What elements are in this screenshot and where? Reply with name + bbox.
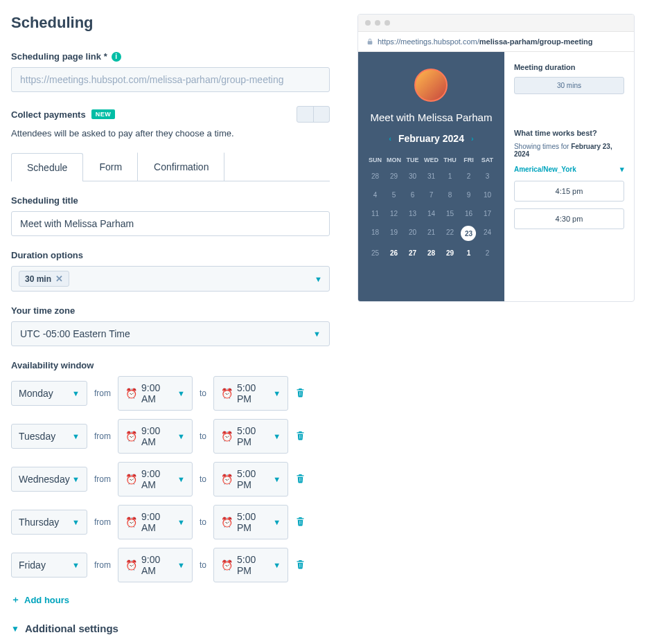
trash-icon[interactable]	[295, 430, 306, 443]
calendar-day[interactable]: 27	[404, 244, 421, 262]
calendar-day[interactable]: 21	[423, 224, 440, 243]
page-title: Scheduling	[11, 14, 330, 32]
tab-schedule[interactable]: Schedule	[11, 153, 83, 181]
calendar-day[interactable]: 1	[460, 244, 477, 262]
timezone-selector[interactable]: America/New_York▾	[514, 165, 624, 174]
calendar-day[interactable]: 7	[423, 186, 440, 204]
timezone-label: Your time zone	[11, 305, 330, 316]
calendar-day[interactable]: 18	[366, 224, 384, 243]
availability-row: Tuesday▼from⏰9:00 AM▼to⏰5:00 PM▼	[11, 419, 330, 454]
calendar-day[interactable]: 31	[423, 168, 440, 185]
calendar-day[interactable]: 3	[479, 168, 496, 185]
calendar-day[interactable]: 26	[385, 244, 403, 262]
what-time-label: What time works best?	[514, 129, 624, 137]
duration-label: Duration options	[11, 250, 330, 260]
preview-meet-title: Meet with Melissa Parham	[366, 111, 496, 123]
prev-month-button[interactable]: ‹	[389, 134, 391, 143]
chevron-down-icon: ▼	[315, 275, 322, 283]
calendar-day[interactable]: 6	[404, 186, 421, 204]
calendar-day[interactable]: 28	[423, 244, 440, 262]
collect-payments-toggle[interactable]	[297, 106, 330, 123]
trash-icon[interactable]	[295, 473, 306, 486]
to-label: to	[200, 474, 206, 484]
scheduling-link-input[interactable]	[11, 67, 330, 92]
trash-icon[interactable]	[295, 387, 306, 400]
time-slot-button[interactable]: 4:15 pm	[514, 181, 624, 202]
to-label: to	[200, 517, 206, 527]
calendar-dow: SAT	[479, 154, 496, 166]
day-select[interactable]: Thursday▼	[11, 510, 87, 535]
timezone-value: UTC -05:00 Eastern Time	[20, 328, 130, 339]
start-time-select[interactable]: ⏰9:00 AM▼	[118, 376, 193, 411]
calendar-day[interactable]: 9	[460, 186, 477, 204]
calendar-day[interactable]: 24	[479, 224, 496, 243]
to-label: to	[200, 560, 206, 570]
end-time-select[interactable]: ⏰5:00 PM▼	[213, 419, 288, 454]
calendar-day[interactable]: 30	[404, 168, 421, 185]
close-icon[interactable]: ✕	[55, 274, 63, 284]
start-time-select[interactable]: ⏰9:00 AM▼	[118, 548, 193, 582]
calendar-day[interactable]: 2	[460, 168, 477, 185]
calendar-day[interactable]: 2	[479, 244, 496, 262]
next-month-button[interactable]: ›	[471, 134, 474, 143]
calendar-day[interactable]: 19	[385, 224, 403, 243]
availability-row: Wednesday▼from⏰9:00 AM▼to⏰5:00 PM▼	[11, 462, 330, 497]
browser-chrome	[358, 15, 634, 32]
end-time-select[interactable]: ⏰5:00 PM▼	[213, 376, 288, 411]
end-time-select[interactable]: ⏰5:00 PM▼	[213, 505, 288, 539]
calendar-day[interactable]: 1	[441, 168, 459, 185]
calendar-day[interactable]: 20	[404, 224, 421, 243]
calendar-day[interactable]: 29	[441, 244, 459, 262]
calendar-day[interactable]: 8	[441, 186, 459, 204]
start-time-select[interactable]: ⏰9:00 AM▼	[118, 462, 193, 497]
calendar-day[interactable]: 10	[479, 186, 496, 204]
scheduling-title-input[interactable]	[11, 211, 330, 236]
additional-settings-toggle[interactable]: ▼ Additional settings	[11, 623, 330, 634]
time-slot-button[interactable]: 4:30 pm	[514, 208, 624, 229]
duration-chip[interactable]: 30 min ✕	[19, 271, 69, 287]
trash-icon[interactable]	[295, 516, 306, 529]
start-time-select[interactable]: ⏰9:00 AM▼	[118, 505, 193, 539]
add-hours-button[interactable]: ＋ Add hours	[11, 593, 69, 606]
calendar-day[interactable]: 12	[385, 205, 403, 222]
preview-month: February 2024	[398, 133, 464, 144]
from-label: from	[94, 431, 111, 441]
calendar-day[interactable]: 13	[404, 205, 421, 222]
add-hours-label: Add hours	[24, 595, 69, 605]
plus-icon: ＋	[11, 593, 20, 606]
timezone-select[interactable]: UTC -05:00 Eastern Time ▼	[11, 321, 330, 346]
end-time-select[interactable]: ⏰5:00 PM▼	[213, 462, 288, 497]
calendar-day[interactable]: 23	[460, 224, 477, 243]
end-time-select[interactable]: ⏰5:00 PM▼	[213, 548, 288, 582]
day-select[interactable]: Friday▼	[11, 553, 87, 578]
tab-confirmation[interactable]: Confirmation	[138, 152, 224, 181]
calendar-day[interactable]: 4	[366, 186, 384, 204]
duration-select[interactable]: 30 min ✕ ▼	[11, 266, 330, 292]
calendar-day[interactable]: 17	[479, 205, 496, 222]
calendar-day[interactable]: 25	[366, 244, 384, 262]
day-select[interactable]: Wednesday▼	[11, 467, 87, 492]
calendar-day[interactable]: 28	[366, 168, 384, 185]
calendar-dow: TUE	[404, 154, 421, 166]
info-icon[interactable]: i	[112, 52, 121, 62]
preview-url-bar: https://meetings.hubspot.com/melissa-par…	[358, 32, 634, 52]
start-time-select[interactable]: ⏰9:00 AM▼	[118, 419, 193, 454]
duration-option-button[interactable]: 30 mins	[514, 77, 624, 94]
calendar-day[interactable]: 22	[441, 224, 459, 243]
calendar-day[interactable]: 11	[366, 205, 384, 222]
calendar-day[interactable]: 14	[423, 205, 440, 222]
availability-row: Friday▼from⏰9:00 AM▼to⏰5:00 PM▼	[11, 548, 330, 582]
calendar-day[interactable]: 16	[460, 205, 477, 222]
trash-icon[interactable]	[295, 559, 306, 572]
calendar-day[interactable]: 5	[385, 186, 403, 204]
calendar-day[interactable]: 15	[441, 205, 459, 222]
day-select[interactable]: Tuesday▼	[11, 424, 87, 449]
calendar-dow: SUN	[366, 154, 384, 166]
new-badge: NEW	[91, 109, 116, 119]
calendar-dow: MON	[385, 154, 403, 166]
calendar-day[interactable]: 29	[385, 168, 403, 185]
tab-form[interactable]: Form	[83, 152, 138, 181]
calendar-dow: FRI	[460, 154, 477, 166]
day-select[interactable]: Monday▼	[11, 381, 87, 406]
clock-icon: ⏰	[221, 388, 233, 399]
